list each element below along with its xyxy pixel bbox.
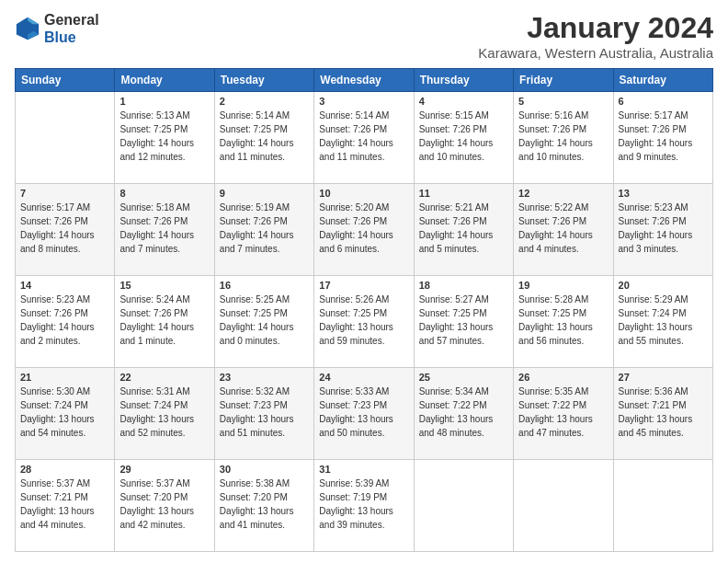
day-info-line: and 50 minutes. [319, 426, 408, 440]
day-info-line: Sunset: 7:23 PM [220, 398, 309, 412]
day-info-line: Sunset: 7:26 PM [119, 214, 209, 228]
day-info-line: Sunset: 7:26 PM [419, 122, 508, 136]
day-info-line: and 42 minutes. [119, 518, 209, 532]
day-number: 29 [119, 464, 209, 475]
calendar-cell [414, 460, 513, 552]
calendar-cell: 7Sunrise: 5:17 AMSunset: 7:26 PMDaylight… [16, 184, 115, 276]
day-info-line: and 57 minutes. [419, 334, 508, 348]
day-info-line: and 11 minutes. [220, 150, 309, 164]
day-info-line: Sunrise: 5:33 AM [319, 385, 408, 398]
day-number: 4 [419, 96, 508, 107]
day-info-line: Sunset: 7:25 PM [119, 122, 209, 136]
calendar-cell: 3Sunrise: 5:14 AMSunset: 7:26 PMDaylight… [314, 92, 414, 184]
day-info-line: and 54 minutes. [20, 426, 109, 440]
day-info-line: Daylight: 14 hours [319, 228, 408, 242]
day-info-line: Daylight: 13 hours [319, 412, 408, 426]
day-info-line: and 10 minutes. [419, 150, 508, 164]
calendar-cell: 18Sunrise: 5:27 AMSunset: 7:25 PMDayligh… [414, 276, 513, 368]
day-number: 2 [220, 96, 309, 107]
day-info-line: Daylight: 14 hours [619, 136, 708, 150]
day-info-line: Sunrise: 5:22 AM [518, 201, 608, 214]
day-number: 3 [319, 96, 408, 107]
day-number: 1 [119, 96, 209, 107]
day-info-line: Daylight: 13 hours [319, 320, 408, 334]
day-info-line: and 5 minutes. [419, 242, 508, 256]
day-number: 19 [518, 280, 608, 291]
day-info-line: Sunset: 7:24 PM [119, 398, 209, 412]
day-info-line: and 41 minutes. [220, 518, 309, 532]
day-info-line: Sunset: 7:26 PM [419, 214, 508, 228]
calendar-cell: 15Sunrise: 5:24 AMSunset: 7:26 PMDayligh… [115, 276, 214, 368]
day-info-line: Sunset: 7:26 PM [518, 122, 608, 136]
day-info-line: Daylight: 14 hours [518, 136, 608, 150]
day-info-line: Sunset: 7:22 PM [518, 398, 608, 412]
day-info-line: Daylight: 14 hours [119, 320, 209, 334]
day-info-line: Sunset: 7:25 PM [419, 306, 508, 320]
day-info-line: Daylight: 14 hours [20, 320, 109, 334]
calendar-week-row: 7Sunrise: 5:17 AMSunset: 7:26 PMDaylight… [16, 184, 713, 276]
header: General Blue January 2024 Karawara, West… [15, 11, 713, 61]
calendar-week-row: 28Sunrise: 5:37 AMSunset: 7:21 PMDayligh… [16, 460, 713, 552]
calendar-header-row: SundayMondayTuesdayWednesdayThursdayFrid… [16, 69, 713, 92]
day-number: 7 [20, 188, 109, 199]
day-info-line: Sunset: 7:24 PM [619, 306, 708, 320]
day-number: 16 [220, 280, 309, 291]
day-info-line: Sunrise: 5:24 AM [119, 293, 209, 306]
day-info-line: Daylight: 13 hours [619, 412, 708, 426]
day-info-line: Sunrise: 5:35 AM [518, 385, 608, 398]
day-info-line: Daylight: 13 hours [319, 504, 408, 518]
day-info-line: Sunrise: 5:28 AM [518, 293, 608, 306]
day-info-line: Sunset: 7:19 PM [319, 490, 408, 504]
day-info-line: Daylight: 13 hours [518, 320, 608, 334]
day-info-line: Daylight: 14 hours [419, 228, 508, 242]
day-info-line: and 7 minutes. [220, 242, 309, 256]
day-info-line: Daylight: 13 hours [419, 412, 508, 426]
day-info-line: Sunset: 7:26 PM [20, 306, 109, 320]
day-info-line: and 12 minutes. [119, 150, 209, 164]
calendar-cell: 30Sunrise: 5:38 AMSunset: 7:20 PMDayligh… [214, 460, 313, 552]
day-number: 31 [319, 464, 408, 475]
day-info-line: Sunrise: 5:17 AM [619, 109, 708, 122]
day-info-line: and 45 minutes. [619, 426, 708, 440]
calendar-cell [514, 460, 613, 552]
day-number: 10 [319, 188, 408, 199]
day-number: 24 [319, 372, 408, 383]
day-number: 12 [518, 188, 608, 199]
day-info-line: Sunset: 7:20 PM [119, 490, 209, 504]
calendar-cell: 26Sunrise: 5:35 AMSunset: 7:22 PMDayligh… [514, 368, 613, 460]
day-info-line: Daylight: 13 hours [20, 504, 109, 518]
column-header-saturday: Saturday [613, 69, 712, 92]
day-info-line: Sunrise: 5:39 AM [319, 477, 408, 490]
column-header-sunday: Sunday [16, 69, 115, 92]
day-number: 15 [119, 280, 209, 291]
day-info-line: Sunset: 7:25 PM [518, 306, 608, 320]
day-info-line: Sunrise: 5:32 AM [220, 385, 309, 398]
day-number: 25 [419, 372, 508, 383]
day-info-line: Sunset: 7:21 PM [619, 398, 708, 412]
calendar-cell: 17Sunrise: 5:26 AMSunset: 7:25 PMDayligh… [314, 276, 414, 368]
day-info-line: Sunset: 7:26 PM [518, 214, 608, 228]
day-info-line: Sunrise: 5:14 AM [220, 109, 309, 122]
day-info-line: and 55 minutes. [619, 334, 708, 348]
day-info-line: and 8 minutes. [20, 242, 109, 256]
day-number: 30 [220, 464, 309, 475]
column-header-thursday: Thursday [414, 69, 513, 92]
day-info-line: Daylight: 14 hours [119, 136, 209, 150]
day-info-line: Sunrise: 5:36 AM [619, 385, 708, 398]
day-number: 26 [518, 372, 608, 383]
day-info-line: and 47 minutes. [518, 426, 608, 440]
calendar-cell: 12Sunrise: 5:22 AMSunset: 7:26 PMDayligh… [514, 184, 613, 276]
day-number: 20 [619, 280, 708, 291]
day-number: 23 [220, 372, 309, 383]
day-number: 21 [20, 372, 109, 383]
calendar-cell: 6Sunrise: 5:17 AMSunset: 7:26 PMDaylight… [613, 92, 712, 184]
calendar-cell: 13Sunrise: 5:23 AMSunset: 7:26 PMDayligh… [613, 184, 712, 276]
calendar-cell: 31Sunrise: 5:39 AMSunset: 7:19 PMDayligh… [314, 460, 414, 552]
day-info-line: Sunrise: 5:14 AM [319, 109, 408, 122]
day-info-line: and 1 minute. [119, 334, 209, 348]
day-info-line: Sunset: 7:26 PM [119, 306, 209, 320]
day-info-line: Sunset: 7:23 PM [319, 398, 408, 412]
day-info-line: Daylight: 14 hours [319, 136, 408, 150]
day-info-line: and 10 minutes. [518, 150, 608, 164]
day-info-line: Daylight: 13 hours [220, 504, 309, 518]
